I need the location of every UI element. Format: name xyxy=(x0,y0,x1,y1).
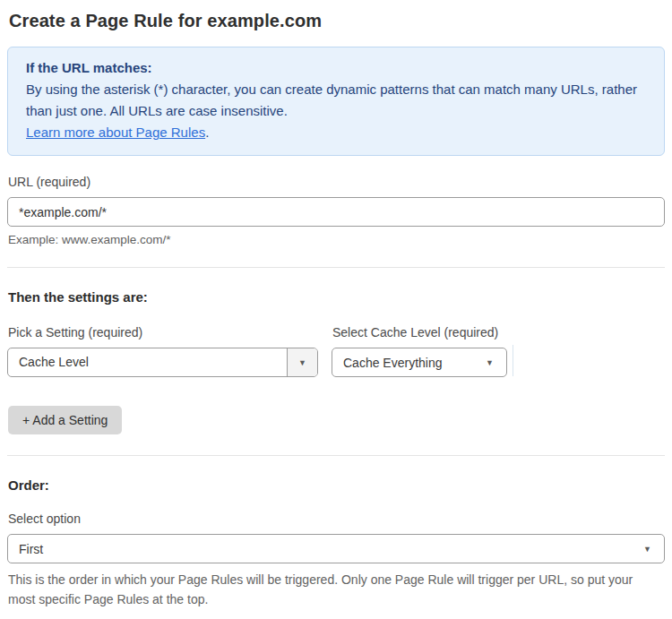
chevron-down-icon[interactable]: ▼ xyxy=(287,348,317,376)
cache-level-column: Select Cache Level (required) Cache Ever… xyxy=(332,325,507,377)
cache-level-label: Select Cache Level (required) xyxy=(332,325,507,340)
url-field-label: URL (required) xyxy=(8,175,665,189)
setting-picker-column: Pick a Setting (required) Cache Level ▼ xyxy=(7,325,318,377)
divider xyxy=(7,267,665,268)
page-title: Create a Page Rule for example.com xyxy=(9,11,665,31)
order-select-value: First xyxy=(19,542,43,556)
info-box-link-line: Learn more about Page Rules. xyxy=(26,122,646,143)
page-rule-form: Create a Page Rule for example.com If th… xyxy=(0,0,672,619)
column-separator xyxy=(513,345,513,376)
order-section-heading: Order: xyxy=(8,477,665,493)
setting-picker-value: Cache Level xyxy=(8,348,287,376)
order-select[interactable]: First ▼ xyxy=(7,534,665,563)
url-input[interactable] xyxy=(7,197,665,227)
info-box-heading: If the URL matches: xyxy=(26,57,646,79)
order-helper-text: This is the order in which your Page Rul… xyxy=(8,570,653,609)
cache-level-dropdown[interactable]: Cache Everything ▼ xyxy=(332,348,507,377)
divider xyxy=(7,455,665,456)
setting-picker-dropdown[interactable]: Cache Level ▼ xyxy=(7,348,318,377)
settings-section-heading: Then the settings are: xyxy=(8,289,665,305)
chevron-down-icon: ▼ xyxy=(486,358,494,367)
url-field-helper: Example: www.example.com/* xyxy=(8,233,665,246)
learn-more-link[interactable]: Learn more about Page Rules xyxy=(26,125,205,140)
setting-picker-label: Pick a Setting (required) xyxy=(8,325,318,340)
info-box-body: By using the asterisk (*) character, you… xyxy=(26,79,646,122)
settings-row: Pick a Setting (required) Cache Level ▼ … xyxy=(7,325,665,377)
chevron-down-icon: ▼ xyxy=(643,545,651,554)
order-select-label: Select option xyxy=(8,512,665,526)
cache-level-value: Cache Everything xyxy=(343,356,443,370)
add-setting-button[interactable]: + Add a Setting xyxy=(8,406,122,434)
link-suffix: . xyxy=(205,125,209,140)
url-match-info-box: If the URL matches: By using the asteris… xyxy=(7,47,665,156)
